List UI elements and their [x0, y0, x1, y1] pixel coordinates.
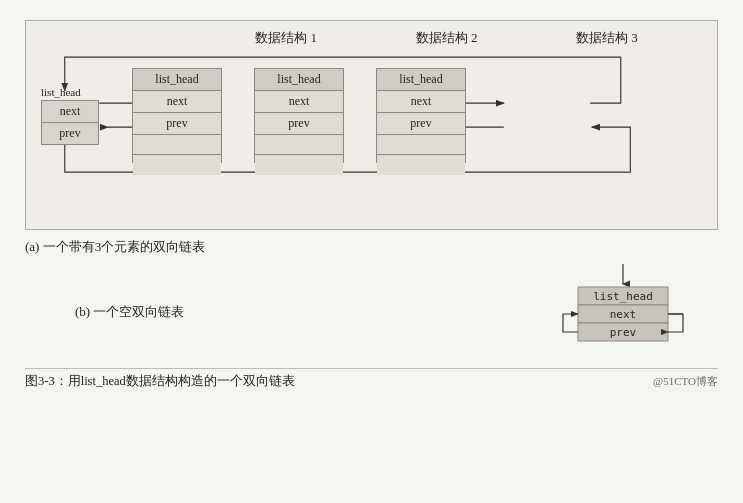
ds3-listheadfield: list_head — [377, 69, 465, 91]
ds1-data2 — [133, 155, 221, 175]
empty-list-container: list_head next prev — [558, 262, 688, 362]
footer-title: 图3-3：用list_head数据结构构造的一个双向链表 — [25, 373, 295, 390]
ds3-prev: prev — [377, 113, 465, 135]
footer-brand: @51CTO博客 — [653, 374, 718, 389]
ds1-prev: prev — [133, 113, 221, 135]
page: 数据结构 1 数据结构 2 数据结构 3 — [0, 0, 743, 503]
ds-box-2: list_head next prev — [254, 68, 344, 163]
ds2-next: next — [255, 91, 343, 113]
svg-text:prev: prev — [610, 326, 637, 339]
ds2-data2 — [255, 155, 343, 175]
standalone-label: list_head — [41, 86, 99, 98]
standalone-prev: prev — [42, 123, 98, 144]
ds2-listheadfield: list_head — [255, 69, 343, 91]
ds1-next: next — [133, 91, 221, 113]
svg-text:list_head: list_head — [593, 290, 653, 303]
ds1-data1 — [133, 135, 221, 155]
part-b-label: (b) 一个空双向链表 — [75, 303, 558, 321]
ds3-data1 — [377, 135, 465, 155]
part-b-area: (b) 一个空双向链表 lis — [25, 262, 718, 362]
ds2-prev: prev — [255, 113, 343, 135]
standalone-next: next — [42, 101, 98, 123]
ds-box-3: list_head next prev — [376, 68, 466, 163]
ds2-data1 — [255, 135, 343, 155]
standalone-box: next prev — [41, 100, 99, 145]
ds-box-1: list_head next prev — [132, 68, 222, 163]
footer: 图3-3：用list_head数据结构构造的一个双向链表 @51CTO博客 — [25, 368, 718, 390]
svg-text:next: next — [610, 308, 637, 321]
part-a-label: (a) 一个带有3个元素的双向链表 — [25, 238, 718, 256]
ds3-next: next — [377, 91, 465, 113]
empty-list-svg: list_head next prev — [558, 262, 688, 362]
nodes-row: list_head next prev list_head next prev — [41, 68, 702, 163]
ds3-data2 — [377, 155, 465, 175]
diagram-area-a: 数据结构 1 数据结构 2 数据结构 3 — [25, 20, 718, 230]
standalone-listhead: list_head next prev — [41, 86, 99, 145]
diagram-wrapper: list_head next prev list_head next prev — [36, 38, 707, 213]
ds1-listheadfield: list_head — [133, 69, 221, 91]
